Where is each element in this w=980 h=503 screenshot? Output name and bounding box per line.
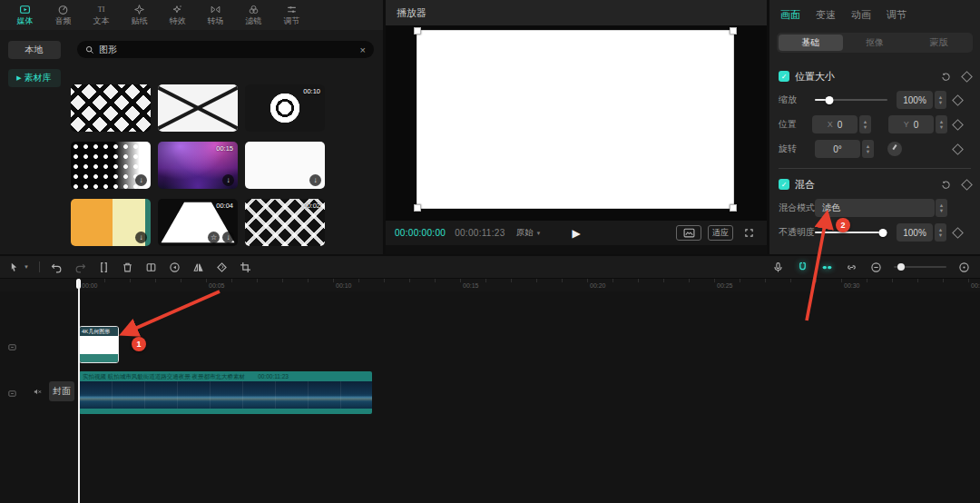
cover-button[interactable]: 封面 [49, 381, 74, 401]
track-toggle-icon[interactable] [7, 340, 17, 356]
search-input[interactable]: 图形 [99, 44, 360, 56]
position-y-field[interactable]: Y 0 [888, 115, 934, 133]
undo-icon[interactable] [50, 261, 64, 274]
preview-quality-button[interactable] [676, 225, 701, 241]
search-box[interactable]: 图形 × [77, 41, 374, 58]
thumb-diamond-lattice[interactable] [71, 84, 151, 132]
mirror-icon[interactable] [191, 261, 205, 274]
media-tab-7[interactable]: 滤镜 [238, 3, 270, 25]
pip-clip[interactable]: 4K几何图形 [79, 326, 119, 363]
keyframe-icon[interactable] [952, 143, 964, 155]
thumb-white-blank[interactable]: ↓ [245, 142, 325, 189]
selected-clip-frame[interactable] [416, 30, 734, 209]
segment-3[interactable]: 蒙版 [906, 35, 971, 51]
freeze-frame-icon[interactable] [144, 261, 158, 274]
timeline: ▼ [0, 256, 980, 503]
clip-preview [80, 336, 118, 354]
download-icon[interactable]: ↓ [309, 174, 321, 186]
keyframe-icon[interactable] [952, 119, 964, 131]
scale-slider[interactable] [815, 99, 887, 101]
scale-stepper[interactable]: ▲▼ [935, 91, 946, 109]
opacity-value-field[interactable]: 100% [897, 223, 933, 242]
thumb-stage-lights[interactable]: 00:15↓ [158, 142, 238, 189]
rotate-stepper[interactable]: ▲▼ [862, 140, 874, 158]
position-x-field[interactable]: X 0 [812, 115, 858, 133]
tab-2[interactable]: 变速 [816, 8, 836, 22]
rotate-value-field[interactable]: 0° [815, 140, 860, 158]
thumb-circle-rings[interactable]: 00:10 [245, 84, 325, 132]
select-tool-caret-icon[interactable]: ▼ [24, 264, 29, 270]
timeline-zoom-slider[interactable] [894, 266, 946, 268]
rotate-tool-icon[interactable] [215, 261, 229, 274]
quality-select[interactable]: 原始 ▼ [516, 227, 542, 239]
play-button[interactable]: ▶ [572, 227, 580, 240]
fit-ratio-button[interactable]: 适应 [708, 225, 733, 241]
keyframe-icon[interactable] [961, 179, 973, 191]
thumb-dots-grid[interactable]: ↓ [71, 142, 151, 189]
resize-handle[interactable] [414, 204, 421, 212]
reset-icon[interactable] [941, 180, 951, 190]
thumb-crosshatch[interactable]: 00:02 [245, 199, 325, 246]
track-toggle-icon[interactable] [7, 386, 17, 402]
thumb-color-blocks[interactable]: ↓ [71, 199, 151, 246]
media-tab-1[interactable]: 媒体 [9, 3, 41, 25]
link-clips-icon[interactable] [845, 261, 858, 274]
resize-handle[interactable] [730, 27, 737, 35]
fit-timeline-icon[interactable] [957, 261, 971, 274]
opacity-slider[interactable] [815, 232, 887, 233]
redo-icon[interactable] [74, 261, 87, 274]
mute-original-sound-icon[interactable] [33, 384, 43, 400]
download-icon[interactable]: ↓ [222, 232, 234, 243]
download-icon[interactable]: ↓ [135, 232, 147, 243]
blend-mode-stepper[interactable]: ▲▼ [936, 199, 947, 217]
blend-mode-dropdown[interactable]: 滤色 [815, 199, 935, 217]
main-track-magnet-icon[interactable] [796, 261, 809, 274]
opacity-stepper[interactable]: ▲▼ [935, 223, 946, 242]
delete-icon[interactable] [121, 261, 134, 274]
blend-checkbox[interactable]: ✓ [779, 179, 789, 190]
tab-1[interactable]: 画面 [780, 8, 800, 22]
split-icon[interactable] [97, 261, 111, 274]
media-tab-2[interactable]: 音频 [47, 3, 79, 25]
player-canvas[interactable] [386, 25, 767, 221]
opacity-row: 不透明度 100% ▲▼ [769, 223, 980, 242]
zoom-out-icon[interactable] [869, 261, 883, 274]
segment-1[interactable]: 基础 [779, 35, 843, 51]
fullscreen-button[interactable] [740, 226, 758, 240]
select-tool-icon[interactable] [7, 261, 21, 274]
download-icon[interactable]: ↓ [135, 174, 147, 186]
media-tab-3[interactable]: TI文本 [85, 3, 117, 25]
main-video-clip[interactable]: 实拍视频 航拍城市风貌街道道路交通夜景 夜景都市北大桥素材 00:00:11:2… [79, 371, 372, 414]
section-title: 混合 [795, 178, 815, 192]
position-y-stepper[interactable]: ▲▼ [936, 115, 947, 133]
media-tab-6[interactable]: 转场 [200, 3, 231, 25]
reset-icon[interactable] [941, 72, 951, 82]
timeline-ruler[interactable]: 00:0000:0500:1000:1500:2000:2500:3000:35 [0, 279, 980, 291]
favorite-icon[interactable]: ☆ [208, 232, 220, 243]
record-audio-icon[interactable] [771, 261, 785, 274]
position-size-checkbox[interactable]: ✓ [779, 71, 789, 82]
clear-search-icon[interactable]: × [360, 44, 366, 55]
download-icon[interactable]: ↓ [222, 174, 234, 186]
resize-handle[interactable] [730, 204, 737, 212]
scale-value-field[interactable]: 100% [897, 91, 933, 109]
sidebar-item-local[interactable]: 本地 [8, 41, 61, 59]
media-tab-8[interactable]: 调节 [276, 3, 308, 25]
auto-snap-icon[interactable] [820, 261, 834, 274]
keyframe-icon[interactable] [952, 94, 964, 106]
tab-3[interactable]: 动画 [851, 8, 871, 22]
media-tab-4[interactable]: 贴纸 [123, 3, 155, 25]
keyframe-icon[interactable] [952, 227, 964, 239]
thumb-x-cross[interactable] [158, 84, 238, 132]
reverse-icon[interactable] [168, 261, 181, 274]
segment-2[interactable]: 抠像 [843, 35, 907, 51]
position-x-stepper[interactable]: ▲▼ [859, 115, 871, 133]
rotate-knob[interactable] [887, 142, 902, 156]
tab-4[interactable]: 调节 [887, 8, 906, 22]
crop-icon[interactable] [239, 261, 252, 274]
sidebar-item-library[interactable]: ▶素材库 [8, 69, 61, 87]
keyframe-icon[interactable] [961, 71, 973, 83]
thumb-trapezoid[interactable]: 00:04☆↓ [158, 199, 238, 246]
resize-handle[interactable] [414, 27, 421, 35]
media-tab-5[interactable]: 特效 [162, 3, 193, 25]
